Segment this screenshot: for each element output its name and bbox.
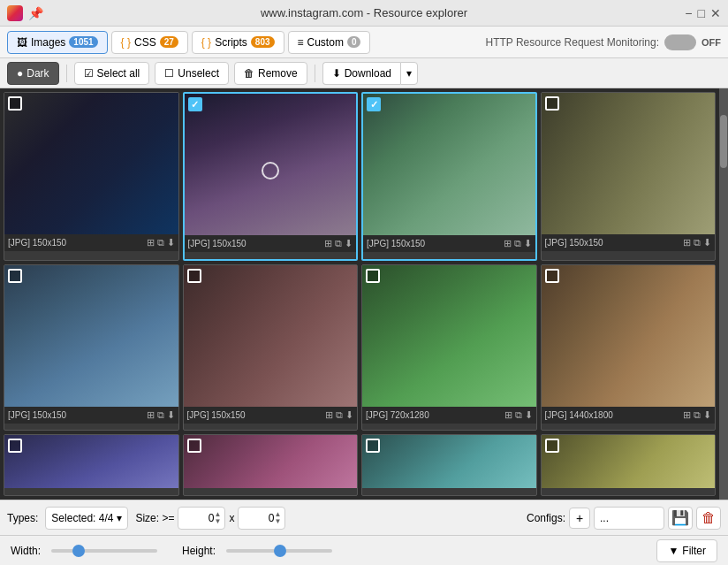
open-button-4[interactable]: ⊞ [683,237,691,248]
copy-button-3[interactable]: ⧉ [514,238,521,249]
scripts-tab-label: Scripts [215,36,247,49]
tab-scripts[interactable]: { } Scripts 803 [192,31,284,54]
width-slider[interactable] [51,549,157,553]
image-thumb-4 [542,93,716,234]
scrollbar-thumb[interactable] [720,115,727,168]
configs-select[interactable]: ... [594,507,664,530]
size-width-down[interactable]: ▼ [214,518,221,525]
image-cell-1[interactable]: [JPG] 150x150⊞⧉⬇ [4,92,179,261]
minimize-button[interactable]: − [685,6,692,20]
select-all-button[interactable]: ☑ Select all [74,62,150,85]
image-cell-7[interactable]: [JPG] 720x1280⊞⧉⬇ [361,264,537,431]
window-controls[interactable]: − □ ✕ [685,6,721,20]
width-slider-thumb[interactable] [72,545,85,557]
download-dropdown-button[interactable]: ▾ [400,62,418,85]
tab-css[interactable]: { } CSS 27 [111,31,188,54]
height-label: Height: [182,545,216,557]
image-cell-10[interactable] [183,434,359,496]
image-checkbox-6[interactable] [187,269,201,283]
size-width-field[interactable] [182,512,214,524]
copy-button-1[interactable]: ⧉ [157,237,164,248]
height-slider-thumb[interactable] [274,545,286,557]
copy-button-5[interactable]: ⧉ [157,409,164,421]
image-cell-2[interactable]: ✓[JPG] 150x150⊞⧉⬇ [183,92,359,261]
types-dropdown-icon: ▾ [117,512,122,524]
save-button-2[interactable]: ⬇ [345,238,353,249]
maximize-button[interactable]: □ [698,6,705,20]
tab-custom[interactable]: ≡ Custom 0 [288,31,371,54]
open-button-1[interactable]: ⊞ [147,237,155,248]
http-monitor-toggle[interactable] [664,34,696,50]
open-button-2[interactable]: ⊞ [324,238,332,249]
image-cell-4[interactable]: [JPG] 150x150⊞⧉⬇ [541,92,717,261]
image-checkbox-10[interactable] [187,439,201,453]
app-icon: 📌 [7,5,43,21]
save-button-1[interactable]: ⬇ [167,237,175,248]
configs-add-button[interactable]: + [569,508,590,529]
image-cell-8[interactable]: [JPG] 1440x1800⊞⧉⬇ [541,264,717,431]
size-width-input[interactable]: ▲ ▼ [178,507,225,530]
size-height-input[interactable]: ▲ ▼ [238,507,285,530]
image-info-text-4: [JPG] 150x150 [545,238,680,248]
download-button[interactable]: ⬇ Download [322,62,400,85]
save-button-6[interactable]: ⬇ [345,409,353,421]
image-checkbox-2[interactable]: ✓ [188,97,202,111]
css-tab-label: CSS [134,36,156,49]
size-width-spinners[interactable]: ▲ ▼ [214,511,221,525]
image-thumb-11 [362,435,536,488]
image-checkbox-7[interactable] [366,269,380,283]
image-checkbox-9[interactable] [8,439,22,453]
unselect-button[interactable]: ☐ Unselect [155,62,229,85]
image-cell-5[interactable]: [JPG] 150x150⊞⧉⬇ [4,264,179,431]
image-checkbox-3[interactable]: ✓ [367,97,381,111]
configs-save-button[interactable]: 💾 [668,507,693,530]
size-height-down[interactable]: ▼ [274,518,281,525]
save-button-4[interactable]: ⬇ [703,237,711,248]
copy-button-4[interactable]: ⧉ [694,237,701,248]
copy-button-2[interactable]: ⧉ [335,238,342,249]
save-button-7[interactable]: ⬇ [525,409,533,421]
image-checkbox-12[interactable] [545,439,559,453]
image-info-text-1: [JPG] 150x150 [8,238,143,248]
open-button-7[interactable]: ⊞ [504,409,512,421]
image-checkbox-11[interactable] [366,439,380,453]
close-button[interactable]: ✕ [710,6,721,20]
save-button-3[interactable]: ⬇ [524,238,532,249]
configs-delete-button[interactable]: 🗑 [696,507,721,530]
image-checkbox-5[interactable] [8,269,22,283]
tab-images[interactable]: 🖼 Images 1051 [7,31,108,54]
copy-button-6[interactable]: ⧉ [336,409,343,421]
save-button-8[interactable]: ⬇ [703,409,711,421]
cursor-indicator [262,162,279,179]
image-cell-3[interactable]: ✓[JPG] 150x150⊞⧉⬇ [361,92,537,261]
copy-button-7[interactable]: ⧉ [515,409,522,421]
dark-mode-button[interactable]: ● Dark [7,62,59,85]
image-cell-6[interactable]: [JPG] 150x150⊞⧉⬇ [183,264,359,431]
types-select[interactable]: Selected: 4/4 ▾ [45,507,128,530]
filter-button[interactable]: ▼ Filter [656,539,717,562]
open-button-5[interactable]: ⊞ [147,409,155,421]
image-checkbox-4[interactable] [545,96,559,111]
image-checkbox-1[interactable] [8,96,22,111]
image-cell-12[interactable] [541,434,717,496]
image-cell-11[interactable] [361,434,537,496]
remove-button[interactable]: 🗑 Remove [234,62,307,85]
open-button-6[interactable]: ⊞ [325,409,333,421]
image-checkbox-8[interactable] [545,269,559,283]
save-button-5[interactable]: ⬇ [167,409,175,421]
scripts-tab-icon: { } [201,36,211,49]
http-monitor: HTTP Resource Request Monitoring: OFF [485,34,721,50]
scrollbar[interactable] [719,88,728,500]
size-height-spinners[interactable]: ▲ ▼ [274,511,281,525]
open-button-3[interactable]: ⊞ [504,238,512,249]
types-label: Types: [7,512,38,524]
copy-button-8[interactable]: ⧉ [694,409,701,421]
unselect-label: Unselect [178,67,219,80]
height-slider[interactable] [226,549,332,553]
image-cell-9[interactable] [4,434,179,496]
size-height-field[interactable] [242,512,274,524]
custom-tab-label: Custom [307,36,344,49]
image-info-text-3: [JPG] 150x150 [367,239,500,248]
scripts-tab-badge: 803 [251,36,275,48]
open-button-8[interactable]: ⊞ [683,409,691,421]
